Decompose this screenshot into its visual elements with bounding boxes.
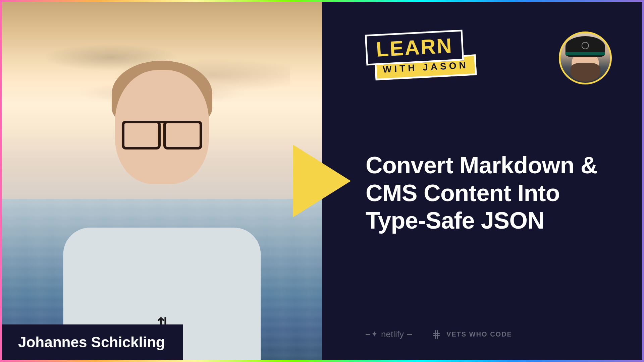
sponsors-row: netlify ⋕ VETS WHO CODE [366,328,512,341]
show-logo: LEARN WITH JASON [366,32,476,78]
episode-info-panel: LEARN WITH JASON Convert Markdown & CMS … [322,2,642,360]
vets-who-code-label: VETS WHO CODE [446,330,512,338]
netlify-dash-icon [407,334,412,335]
guest-name-bar: Johannes Schickling [2,324,183,360]
episode-title: Convert Markdown & CMS Content Into Type… [366,152,612,235]
host-avatar [559,32,612,84]
logo-learn-block: LEARN [365,29,464,65]
guest-photo: ⇅ [2,2,322,360]
host-beard [571,63,600,82]
host-cap [566,36,605,57]
sponsor-netlify: netlify [366,329,412,340]
glasses-bridge [157,121,167,123]
netlify-label: netlify [381,329,404,340]
guest-name-label: Johannes Schickling [18,334,167,351]
guest-portrait: ⇅ [58,45,266,360]
netlify-logo-icon [366,331,378,338]
hash-flag-icon: ⋕ [432,328,442,341]
glasses-icon [122,121,202,147]
sponsor-vets-who-code: ⋕ VETS WHO CODE [432,328,512,341]
gradient-border-frame: ⇅ Johannes Schickling LEARN [0,0,644,362]
video-thumbnail: ⇅ Johannes Schickling LEARN [2,2,642,360]
play-button[interactable] [293,145,351,217]
cap-logo-icon [582,42,589,49]
logo-learn-text: LEARN [376,35,453,60]
guest-photo-panel: ⇅ Johannes Schickling [2,2,322,360]
